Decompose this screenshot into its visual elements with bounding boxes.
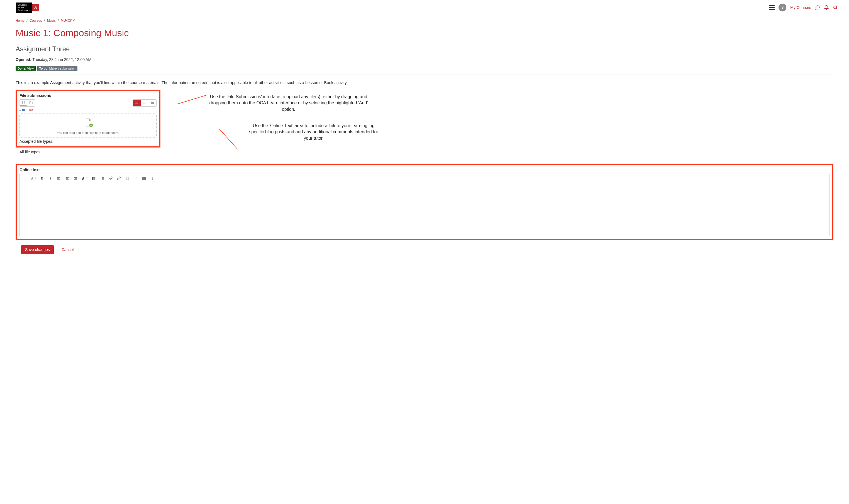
- add-file-button[interactable]: [19, 100, 27, 106]
- align-center-icon[interactable]: [64, 175, 71, 181]
- file-submissions-label: File submissions: [19, 93, 157, 98]
- svg-rect-6: [137, 103, 137, 104]
- equation-icon[interactable]: [124, 175, 131, 181]
- bullet-list-icon[interactable]: [90, 175, 98, 181]
- cancel-button[interactable]: Cancel: [62, 247, 74, 252]
- assignment-description: This is an example Assignment activity t…: [16, 80, 833, 85]
- link-icon[interactable]: [107, 175, 114, 181]
- svg-rect-39: [126, 177, 129, 180]
- svg-line-38: [118, 177, 120, 180]
- breadcrumb-item[interactable]: Home: [16, 19, 24, 22]
- svg-point-14: [143, 102, 144, 102]
- online-text-panel: Online text ↓ A▼ B I ▼: [16, 164, 833, 240]
- university-text-logo: University for the Creative Arts: [16, 2, 32, 13]
- svg-rect-8: [136, 104, 137, 104]
- tree-expand-icon[interactable]: ▸: [19, 109, 21, 112]
- logo-badge: A: [32, 4, 39, 11]
- svg-point-33: [92, 178, 93, 179]
- chat-icon[interactable]: [815, 5, 820, 10]
- annotation-file-submissions: Use the 'File Submissions' interface to …: [180, 94, 369, 112]
- align-left-icon[interactable]: [55, 175, 63, 181]
- tree-view-button[interactable]: [149, 100, 156, 106]
- breadcrumb: Home / Courses / Music / MU4CPM: [16, 19, 833, 22]
- assignment-title: Assignment Three: [16, 45, 833, 53]
- drop-zone-text: You can drag and drop files here to add …: [22, 131, 154, 134]
- my-courses-link[interactable]: My Courses: [790, 5, 811, 10]
- search-icon[interactable]: [833, 5, 838, 10]
- create-folder-button[interactable]: [27, 100, 35, 106]
- files-tree: ▸ Files: [19, 108, 157, 112]
- save-button[interactable]: Save changes: [21, 245, 54, 254]
- text-editor: ↓ A▼ B I ▼: [19, 174, 830, 236]
- svg-rect-42: [143, 177, 146, 180]
- breadcrumb-item[interactable]: Music: [47, 19, 56, 22]
- annotation-arrow: [177, 95, 207, 104]
- svg-point-32: [92, 177, 93, 178]
- folder-icon: [22, 108, 25, 112]
- svg-point-0: [834, 6, 837, 9]
- table-icon[interactable]: [140, 175, 148, 181]
- svg-line-1: [836, 8, 837, 10]
- svg-point-15: [143, 103, 144, 103]
- all-file-types: All file types: [19, 150, 833, 154]
- highlight-icon[interactable]: ▼: [80, 175, 89, 181]
- svg-rect-4: [138, 102, 138, 103]
- svg-rect-5: [136, 103, 137, 104]
- file-submissions-panel: File submissions: [16, 90, 160, 147]
- breadcrumb-item[interactable]: Courses: [30, 19, 42, 22]
- toolbar-toggle-icon[interactable]: ↓: [21, 175, 29, 181]
- todo-badge: To do: Make a submission: [37, 66, 77, 71]
- opened-info: Opened: Tuesday, 28 June 2022, 12:00 AM: [16, 57, 833, 62]
- grid-view-button[interactable]: [133, 100, 141, 106]
- unlink-icon[interactable]: [115, 175, 123, 181]
- site-logo[interactable]: University for the Creative Arts A: [16, 2, 39, 13]
- accepted-types-label: Accepted file types:: [19, 139, 157, 144]
- avatar[interactable]: S: [779, 4, 786, 12]
- file-drop-zone[interactable]: You can drag and drop files here to add …: [19, 113, 157, 138]
- svg-rect-7: [138, 103, 138, 104]
- upload-file-icon: [84, 118, 92, 127]
- italic-icon[interactable]: I: [47, 175, 54, 181]
- done-badge: Done: View: [16, 66, 36, 71]
- annotation-arrow: [219, 128, 238, 149]
- align-right-icon[interactable]: [72, 175, 79, 181]
- bell-icon[interactable]: [824, 5, 829, 10]
- online-text-label: Online text: [19, 167, 830, 172]
- editor-textarea[interactable]: [20, 183, 829, 236]
- menu-icon[interactable]: [769, 5, 775, 10]
- annotation-online-text: Use the 'Online Text' area to include a …: [222, 123, 381, 141]
- svg-rect-9: [137, 104, 137, 104]
- svg-point-34: [92, 179, 93, 180]
- bold-icon[interactable]: B: [38, 175, 46, 181]
- page-title: Music 1: Composing Music: [16, 28, 833, 38]
- svg-rect-3: [137, 102, 137, 103]
- svg-point-16: [143, 104, 144, 104]
- edit-icon[interactable]: [132, 175, 139, 181]
- files-root-link[interactable]: Files: [27, 108, 33, 112]
- svg-rect-2: [136, 102, 137, 103]
- clear-format-icon[interactable]: [149, 175, 156, 181]
- svg-rect-10: [138, 104, 138, 104]
- breadcrumb-item[interactable]: MU4CPM: [61, 19, 75, 22]
- numbered-list-icon[interactable]: [99, 175, 106, 181]
- paragraph-style-icon[interactable]: A▼: [30, 175, 37, 181]
- list-view-button[interactable]: [141, 100, 149, 106]
